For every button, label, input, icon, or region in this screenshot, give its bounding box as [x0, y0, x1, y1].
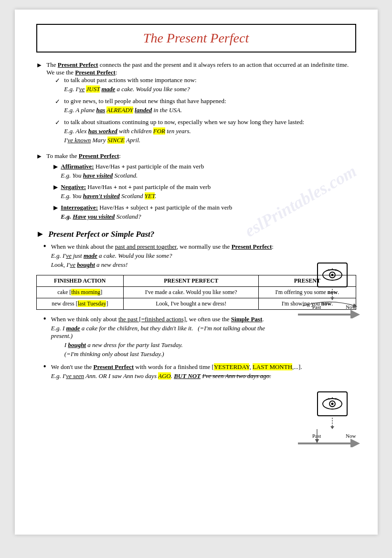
- eye-icon-2: [322, 397, 343, 411]
- negative-eg: E.g. You haven't visited Scotland YET.: [61, 192, 211, 200]
- lastmonth-highlight: LAST MONTH: [253, 363, 292, 370]
- checkmark-3: ✓: [55, 119, 60, 126]
- table-cell-2-1: new dress [last Tuesday]: [36, 298, 124, 310]
- eye-box-1: [317, 263, 348, 287]
- not-use-text: We don't use the Present Perfect with wo…: [51, 363, 302, 370]
- page: eslPrintables.com The Present Perfect ► …: [15, 10, 378, 535]
- yet-highlight: YET: [145, 192, 155, 200]
- svg-marker-20: [298, 439, 360, 447]
- ago-highlight: AGO: [158, 372, 171, 379]
- affirmative-content: Affirmative: Have/Has + past participle …: [61, 163, 204, 181]
- affirmative-bullet: ▶ Affirmative: Have/Has + past participl…: [53, 163, 232, 181]
- together-bullet: • When we think about the past and prese…: [43, 243, 280, 270]
- pp-vs-sp-title: Present Perfect or Simple Past?: [48, 230, 154, 239]
- past-content: When we think only about the past [=fini…: [51, 316, 280, 359]
- svg-marker-8: [298, 310, 360, 318]
- table-cell-2-2: Look, I've bought a new dress!: [124, 298, 259, 310]
- negative-bullet: ▶ Negative: Have/Has + not + past partic…: [53, 183, 232, 201]
- eye-icon-1: [322, 268, 343, 282]
- not-use-eg: E.g. I've seen Ann. OR I saw Ann two day…: [51, 372, 302, 380]
- together-text: When we think about the past and present…: [51, 243, 274, 250]
- just-highlight: JUST: [86, 85, 100, 93]
- past-eg1: E.g. I made a cake for the children, but…: [51, 325, 280, 340]
- affirmative-label: Affirmative: Have/Has + past participle …: [61, 163, 204, 170]
- checkmark-1: ✓: [55, 77, 60, 84]
- check-1-eg: E.g. I've JUST made a cake. Would you li…: [64, 85, 196, 93]
- yesterday-highlight: YESTERDAY: [214, 363, 249, 370]
- diagram-1-container: Past Now: [298, 263, 367, 320]
- make-bullet: ► To make the Present Perfect: ▶ Affirma…: [36, 152, 356, 224]
- past-eg2: I bought a new dress for the party last …: [64, 341, 280, 349]
- not-use-content: We don't use the Present Perfect with wo…: [51, 363, 302, 381]
- check-bullet-2: ✓ to give news, to tell people about new…: [55, 97, 349, 116]
- intro-key: Present Perfect: [58, 61, 98, 68]
- svg-point-2: [331, 274, 334, 276]
- table-header-pp: PRESENT PERFECT: [124, 275, 259, 287]
- table-cell-1-2: I've made a cake. Would you like some?: [124, 287, 259, 298]
- checkmark-2: ✓: [55, 98, 60, 105]
- check-bullet-1: ✓ to talk about past actions with some i…: [55, 76, 349, 95]
- timeline-2: Past Now: [298, 429, 367, 449]
- check-2-content: to give news, to tell people about new t…: [64, 97, 226, 116]
- past-text: When we think only about the past [=fini…: [51, 316, 264, 323]
- affirmative-eg: E.g. You have visited Scotland.: [61, 172, 204, 179]
- negative-label: Negative: Have/Has + not + past particip…: [61, 183, 211, 190]
- dot-icon-3: •: [43, 362, 46, 372]
- title-box: The Present Perfect: [36, 24, 356, 53]
- we-use-text: We use the Present Perfect:: [46, 69, 117, 76]
- tri-icon-2: ▶: [53, 184, 58, 191]
- tri-icon-1: ▶: [53, 163, 58, 170]
- svg-text:Past: Past: [312, 433, 321, 439]
- negative-content: Negative: Have/Has + not + past particip…: [61, 183, 211, 201]
- check-2-text: to give news, to tell people about new t…: [64, 97, 226, 105]
- together-eg1: E.g. I've just made a cake. Would you li…: [51, 252, 274, 260]
- intro-rest: connects the past and the present and it…: [98, 61, 349, 68]
- check-2-eg: E.g. A plane has ALREADY landed in the U…: [64, 106, 226, 114]
- past-eg3: (=I'm thinking only about last Tuesday.): [64, 350, 280, 358]
- table-header-finished: FINISHED ACTION: [36, 275, 124, 287]
- eye-box-2: [317, 391, 348, 416]
- arrow-down-2: [298, 418, 367, 429]
- not-use-bullet: • We don't use the Present Perfect with …: [43, 363, 356, 381]
- interrogative-bullet: ▶ Interrogative: Have/Has + subject + pa…: [53, 204, 232, 222]
- table-cell-1-1: cake [this morning]: [36, 287, 124, 298]
- arrow-icon-2: ►: [36, 153, 43, 160]
- check-bullet-3: ✓ to talk about situations continuing up…: [55, 118, 349, 146]
- past-bullet: • When we think only about the past [=fi…: [43, 316, 280, 359]
- together-eg2: Look, I've bought a new dress!: [51, 261, 274, 269]
- tri-icon-3: ▶: [53, 204, 58, 211]
- together-content: When we think about the past and present…: [51, 243, 274, 270]
- arrow-icon: ►: [36, 62, 43, 69]
- for-highlight: FOR: [153, 127, 165, 135]
- arrow-heading-icon: ►: [36, 229, 45, 239]
- since-highlight: SINCE: [107, 137, 125, 144]
- already-highlight: ALREADY: [106, 106, 133, 114]
- pp-vs-sp-heading: ► Present Perfect or Simple Past?: [36, 229, 356, 239]
- intro-bullet: ► The Present Perfect connects the past …: [36, 61, 356, 148]
- check-3-eg1: E.g. Alex has worked with children FOR t…: [64, 127, 304, 135]
- timeline-1: Past Now: [298, 300, 367, 320]
- check-3-text: to talk about situations continuing up t…: [64, 118, 304, 126]
- interrogative-content: Interrogative: Have/Has + subject + past…: [61, 204, 232, 222]
- interrogative-eg: E.g. Have you visited Scotland?: [61, 213, 232, 221]
- check-3-content: to talk about situations continuing up t…: [64, 118, 304, 146]
- svg-point-14: [331, 403, 334, 405]
- page-title: The Present Perfect: [47, 31, 346, 46]
- check-3-eg2: I've known Mary SINCE April.: [64, 137, 304, 144]
- arrow-down-1: [298, 289, 367, 300]
- dot-icon-2: •: [43, 314, 46, 324]
- dot-icon-1: •: [43, 242, 46, 252]
- svg-text:Now: Now: [346, 433, 356, 439]
- check-1-text: to talk about past actions with some imp…: [64, 76, 196, 84]
- diagram-2-container: Past Now: [298, 391, 367, 449]
- intro-text: The Present Perfect connects the past an…: [46, 61, 349, 148]
- interrogative-label: Interrogative: Have/Has + subject + past…: [61, 204, 232, 211]
- check-1-content: to talk about past actions with some imp…: [64, 76, 196, 95]
- svg-text:Past: Past: [312, 304, 321, 310]
- intro-p1: The: [46, 61, 57, 68]
- make-text: To make the Present Perfect:: [46, 152, 121, 159]
- make-content: To make the Present Perfect: ▶ Affirmati…: [46, 152, 232, 224]
